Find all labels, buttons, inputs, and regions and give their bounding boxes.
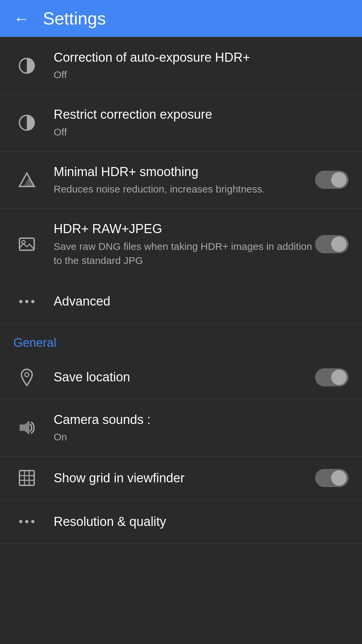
minimal-hdr-toggle[interactable]: [315, 171, 349, 189]
toggle-knob: [331, 236, 347, 252]
image-icon: [13, 235, 40, 254]
page-title: Settings: [43, 8, 106, 29]
hdr-raw-jpeg-toggle[interactable]: [315, 235, 349, 253]
header: ← Settings: [0, 0, 362, 37]
svg-marker-10: [20, 422, 29, 434]
item-content: Correction of auto-exposure HDR+ Off: [54, 49, 349, 82]
item-title: Resolution & quality: [54, 514, 349, 530]
item-subtitle: Reduces noise reduction, increases brigh…: [54, 182, 315, 196]
item-content: Resolution & quality: [54, 514, 349, 530]
list-item[interactable]: Advanced: [0, 280, 362, 324]
settings-list: Correction of auto-exposure HDR+ Off Res…: [0, 37, 362, 544]
list-item[interactable]: Show grid in viewfinder: [0, 457, 362, 500]
svg-point-18: [31, 520, 35, 523]
list-item[interactable]: Correction of auto-exposure HDR+ Off: [0, 37, 362, 94]
mountain-icon: [13, 170, 40, 189]
sound-icon: [13, 418, 40, 437]
item-content: Show grid in viewfinder: [54, 470, 315, 486]
location-icon: [13, 368, 40, 387]
svg-point-9: [25, 373, 29, 377]
svg-point-7: [25, 300, 28, 303]
list-item[interactable]: Restrict correction exposure Off: [0, 94, 362, 151]
list-item[interactable]: Resolution & quality: [0, 500, 362, 544]
item-title: Advanced: [54, 293, 349, 310]
grid-icon: [13, 469, 40, 487]
item-content: Camera sounds : On: [54, 412, 349, 444]
svg-marker-3: [24, 178, 35, 186]
item-title: Save location: [54, 369, 315, 385]
item-content: Restrict correction exposure Off: [54, 106, 349, 139]
item-title: Camera sounds :: [54, 412, 349, 428]
item-subtitle: Save raw DNG files when taking HDR+ imag…: [54, 239, 315, 268]
section-header-general: General: [0, 324, 362, 356]
item-subtitle: On: [54, 430, 349, 444]
section-label: General: [13, 336, 56, 350]
item-content: Minimal HDR+ smoothing Reduces noise red…: [54, 164, 315, 196]
item-content: Advanced: [54, 293, 349, 310]
list-item[interactable]: HDR+ RAW+JPEG Save raw DNG files when ta…: [0, 209, 362, 280]
svg-point-8: [31, 300, 35, 303]
half-circle-icon: [13, 56, 40, 75]
item-content: HDR+ RAW+JPEG Save raw DNG files when ta…: [54, 221, 315, 267]
half-circle-icon: [13, 113, 40, 132]
svg-rect-4: [19, 238, 34, 250]
toggle-knob: [331, 172, 347, 187]
svg-point-6: [19, 300, 22, 303]
back-button[interactable]: ←: [13, 9, 29, 28]
item-subtitle: Off: [54, 68, 349, 82]
item-content: Save location: [54, 369, 315, 385]
item-title: Restrict correction exposure: [54, 106, 349, 123]
list-item[interactable]: Minimal HDR+ smoothing Reduces noise red…: [0, 152, 362, 209]
item-subtitle: Off: [54, 125, 349, 139]
dots-icon: [13, 512, 40, 531]
dots-icon: [13, 292, 40, 311]
item-title: Minimal HDR+ smoothing: [54, 164, 315, 180]
item-title: Correction of auto-exposure HDR+: [54, 49, 349, 66]
item-title: Show grid in viewfinder: [54, 470, 315, 486]
item-title: HDR+ RAW+JPEG: [54, 221, 315, 237]
toggle-knob: [331, 370, 347, 385]
svg-point-17: [25, 520, 28, 523]
list-item[interactable]: Camera sounds : On: [0, 399, 362, 457]
svg-rect-11: [19, 471, 34, 485]
toggle-knob: [331, 470, 347, 486]
svg-point-16: [19, 520, 22, 523]
show-grid-toggle[interactable]: [315, 469, 349, 487]
save-location-toggle[interactable]: [315, 368, 349, 386]
list-item[interactable]: Save location: [0, 356, 362, 399]
